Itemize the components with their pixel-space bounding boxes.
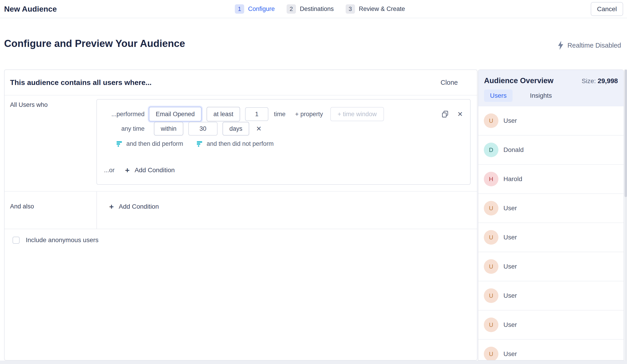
user-list-item[interactable]: U User [478,311,624,340]
and-then-did-not-perform-link[interactable]: and then did not perform [196,140,274,147]
funnel-icon [116,140,122,147]
top-bar: New Audience 1 Configure 2 Destinations … [0,0,627,18]
section-divider [4,229,477,229]
or-label: ...or [104,167,115,174]
funnel-links-row: and then did perform and then did not pe… [97,137,470,150]
avatar: U [484,113,498,128]
time-unit-select[interactable]: days [222,122,249,136]
page-background-strip [0,361,627,364]
operator-select[interactable]: at least [207,107,240,121]
include-anonymous-label: Include anonymous users [26,236,99,244]
avatar: D [484,143,498,157]
overview-tabs: Users Insights [484,90,618,102]
audience-size-value: 29,998 [598,77,618,85]
audience-builder-panel: This audience contains all users where..… [4,69,477,361]
remove-condition-icon[interactable]: ✕ [457,110,463,118]
scrollbar-thumb[interactable] [625,69,627,197]
count-input[interactable] [245,107,268,121]
clone-button[interactable]: Clone [440,79,458,86]
cancel-button[interactable]: Cancel [591,2,623,16]
and-also-label: And also [10,203,34,210]
plus-icon: + [125,166,130,175]
event-select[interactable]: Email Opened [149,107,202,121]
user-list-item[interactable]: D Donald [478,136,624,165]
step-review-create[interactable]: 3 Review & Create [346,4,405,14]
condition-row-event: ...performed Email Opened at least time … [97,106,470,122]
avatar: H [484,172,498,186]
all-users-who-label: All Users who [10,101,48,108]
builder-title: This audience contains all users where..… [10,78,152,87]
realtime-status: Realtime Disabled [557,41,621,50]
user-list-item[interactable]: U User [478,106,624,136]
avatar: U [484,201,498,216]
count-unit-label: time [274,111,285,118]
section-divider [4,191,477,191]
anonymous-users-row: Include anonymous users [12,236,99,244]
tab-users[interactable]: Users [484,90,513,102]
time-value-input[interactable] [188,122,217,136]
user-list-item[interactable]: U User [478,252,624,281]
step-number-badge: 1 [235,4,244,14]
window-title: New Audience [4,0,57,18]
condition-row-actions: ✕ [441,106,463,122]
user-list: U User D Donald H Harold U User U User U… [478,106,624,360]
plus-icon: + [109,202,114,211]
funnel-icon [196,140,203,147]
add-condition-button[interactable]: Add Condition [135,167,175,174]
avatar: U [484,347,498,361]
avatar: U [484,318,498,332]
page-title: Configure and Preview Your Audience [4,38,185,49]
step-number-badge: 3 [346,4,355,14]
user-list-item[interactable]: U User [478,281,624,311]
add-property-link[interactable]: + property [295,111,323,118]
avatar: U [484,288,498,303]
remove-time-window-icon[interactable]: ✕ [256,125,261,133]
include-anonymous-checkbox[interactable] [12,237,20,244]
user-list-item[interactable]: U User [478,340,624,361]
avatar: U [484,259,498,274]
overview-header: Audience Overview Size: 29,998 Users Ins… [478,70,624,106]
audience-overview-panel: Audience Overview Size: 29,998 Users Ins… [478,69,624,361]
user-list-item[interactable]: U User [478,194,624,223]
user-list-item[interactable]: U User [478,223,624,252]
add-condition-and-also-button[interactable]: + Add Condition [109,201,159,212]
audience-size-label: Size: [582,77,596,85]
or-add-condition-row: ...or + Add Condition [97,165,470,176]
performed-label: ...performed [97,111,145,118]
and-then-did-perform-link[interactable]: and then did perform [116,140,183,147]
duplicate-condition-icon[interactable] [441,110,449,118]
realtime-status-label: Realtime Disabled [568,42,621,49]
any-time-label: any time [97,125,145,132]
time-operator-select[interactable]: within [154,122,183,136]
and-also-connector-line [97,191,97,229]
avatar: U [484,230,498,245]
step-configure[interactable]: 1 Configure [235,4,275,14]
condition-group: ...performed Email Opened at least time … [97,99,470,185]
step-number-badge: 2 [287,4,296,14]
tab-insights[interactable]: Insights [524,90,558,102]
add-time-window-button[interactable]: + time window [330,107,384,121]
step-destinations[interactable]: 2 Destinations [287,4,334,14]
lightning-bolt-icon [557,41,564,50]
stepper: 1 Configure 2 Destinations 3 Review & Cr… [235,0,405,18]
builder-header: This audience contains all users where..… [4,70,477,95]
user-list-item[interactable]: H Harold [478,165,624,194]
sidebar-scrollbar[interactable] [625,69,627,361]
condition-row-time: any time within days ✕ [97,121,470,136]
overview-title: Audience Overview [484,76,553,85]
